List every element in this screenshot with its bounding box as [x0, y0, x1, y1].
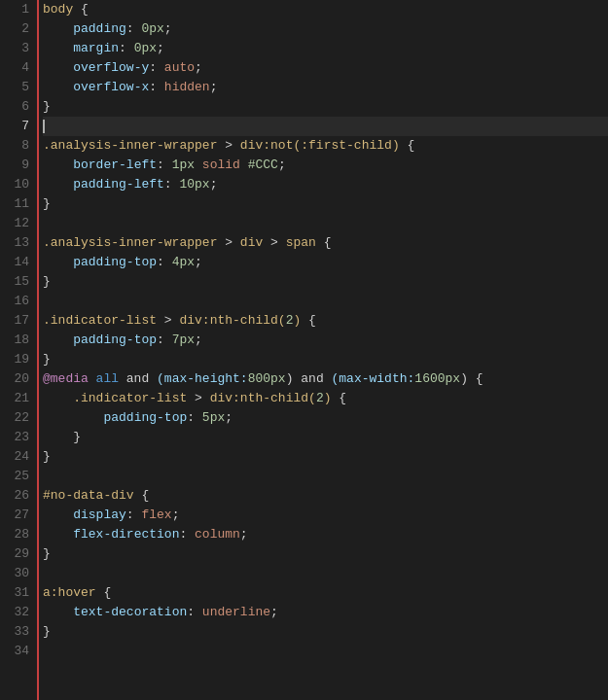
line-number-11: 11 — [0, 194, 29, 214]
line-number-3: 3 — [0, 39, 29, 58]
code-line-11: } — [43, 194, 608, 214]
code-line-23: } — [43, 428, 608, 447]
line-number-23: 23 — [0, 428, 29, 447]
line-number-1: 1 — [0, 0, 29, 19]
code-line-1: body { — [43, 0, 608, 19]
code-line-33: } — [43, 622, 608, 642]
line-number-16: 16 — [0, 292, 29, 311]
code-line-20: @media all and (max-height:800px) and (m… — [43, 369, 608, 389]
code-editor: 1234567891011121314151617181920212223242… — [0, 0, 608, 700]
code-line-17: .indicator-list > div:nth-child(2) { — [43, 311, 608, 331]
line-number-2: 2 — [0, 19, 29, 39]
line-number-18: 18 — [0, 331, 29, 350]
line-number-30: 30 — [0, 564, 29, 583]
line-number-4: 4 — [0, 58, 29, 78]
code-line-31: a:hover { — [43, 583, 608, 603]
code-line-15: } — [43, 272, 608, 292]
code-line-10: padding-left: 10px; — [43, 175, 608, 194]
line-number-5: 5 — [0, 78, 29, 97]
code-line-27: display: flex; — [43, 506, 608, 525]
code-line-22: padding-top: 5px; — [43, 408, 608, 428]
line-number-32: 32 — [0, 603, 29, 622]
line-number-14: 14 — [0, 253, 29, 272]
line-number-8: 8 — [0, 136, 29, 156]
code-line-6: } — [43, 97, 608, 117]
line-number-33: 33 — [0, 622, 29, 642]
code-line-26: #no-data-div { — [43, 486, 608, 506]
code-line-34 — [43, 642, 608, 661]
line-number-9: 9 — [0, 156, 29, 175]
line-numbers: 1234567891011121314151617181920212223242… — [0, 0, 37, 700]
line-number-26: 26 — [0, 486, 29, 506]
code-line-3: margin: 0px; — [43, 39, 608, 58]
code-line-7 — [43, 117, 608, 136]
code-line-12 — [43, 214, 608, 233]
line-number-29: 29 — [0, 544, 29, 564]
line-number-17: 17 — [0, 311, 29, 331]
code-line-32: text-decoration: underline; — [43, 603, 608, 622]
code-area[interactable]: body { padding: 0px; margin: 0px; overfl… — [37, 0, 608, 700]
line-number-24: 24 — [0, 447, 29, 467]
code-line-5: overflow-x: hidden; — [43, 78, 608, 97]
code-line-18: padding-top: 7px; — [43, 331, 608, 350]
code-line-19: } — [43, 350, 608, 369]
code-line-2: padding: 0px; — [43, 19, 608, 39]
line-number-21: 21 — [0, 389, 29, 408]
code-line-28: flex-direction: column; — [43, 525, 608, 544]
code-line-4: overflow-y: auto; — [43, 58, 608, 78]
line-number-22: 22 — [0, 408, 29, 428]
line-number-27: 27 — [0, 506, 29, 525]
code-line-14: padding-top: 4px; — [43, 253, 608, 272]
line-number-34: 34 — [0, 642, 29, 661]
code-line-13: .analysis-inner-wrapper > div > span { — [43, 233, 608, 253]
line-number-15: 15 — [0, 272, 29, 292]
code-line-16 — [43, 292, 608, 311]
line-number-10: 10 — [0, 175, 29, 194]
line-number-6: 6 — [0, 97, 29, 117]
line-number-12: 12 — [0, 214, 29, 233]
code-line-29: } — [43, 544, 608, 564]
line-number-19: 19 — [0, 350, 29, 369]
line-number-25: 25 — [0, 467, 29, 486]
line-number-20: 20 — [0, 369, 29, 389]
line-number-31: 31 — [0, 583, 29, 603]
code-line-25 — [43, 467, 608, 486]
code-line-24: } — [43, 447, 608, 467]
line-number-28: 28 — [0, 525, 29, 544]
code-line-21: .indicator-list > div:nth-child(2) { — [43, 389, 608, 408]
code-line-8: .analysis-inner-wrapper > div:not(:first… — [43, 136, 608, 156]
line-number-7: 7 — [0, 117, 29, 136]
code-line-9: border-left: 1px solid #CCC; — [43, 156, 608, 175]
code-line-30 — [43, 564, 608, 583]
line-number-13: 13 — [0, 233, 29, 253]
